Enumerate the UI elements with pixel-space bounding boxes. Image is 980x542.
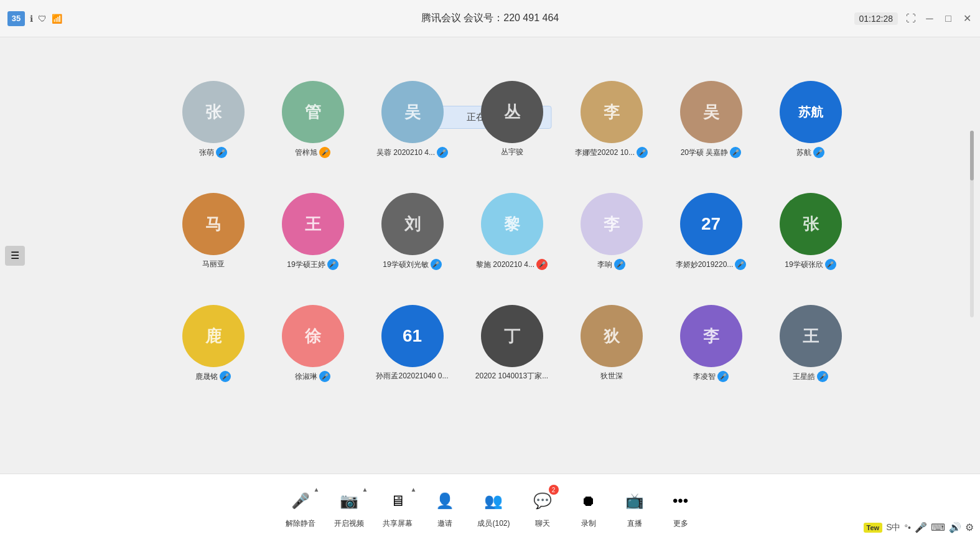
participant-item: 李李凌智 — [671, 305, 752, 404]
tew-button[interactable]: Tew — [864, 523, 883, 533]
avatar-placeholder: 鹿 — [205, 325, 222, 347]
more-icon: ••• — [667, 487, 694, 515]
name-text: 鹿晟铭 — [195, 371, 218, 382]
speaker-icon[interactable]: 🔊 — [949, 521, 961, 533]
participant-name: 20202 1040013丁家... — [475, 371, 548, 381]
chat-icon: 💬2 — [529, 487, 556, 515]
avatar-placeholder: 李 — [604, 213, 620, 235]
settings-icon[interactable]: ⚙ — [965, 521, 974, 533]
name-text: 狄世深 — [600, 371, 623, 381]
toolbar-chat[interactable]: 💬2聊天 — [529, 487, 556, 529]
participant-name: 徐淑琳 — [295, 371, 330, 382]
avatar-initials: 苏航 — [798, 104, 823, 121]
name-text: 19学硕张欣 — [785, 259, 823, 270]
participant-name: 马丽亚 — [202, 259, 225, 269]
members-icon: 👥 — [480, 487, 507, 515]
toolbar-video[interactable]: 📷▲开启视频 — [334, 487, 364, 529]
fullscreen-icon[interactable]: ⛶ — [905, 13, 917, 24]
mic-status-icon — [637, 147, 648, 158]
avatar-placeholder: 丛 — [504, 101, 520, 123]
participant-item: 李李娜莹20202 10... — [571, 81, 652, 180]
maximize-button[interactable]: □ — [943, 13, 954, 24]
name-text: 苏航 — [796, 147, 811, 158]
participant-item: 吴20学硕 吴嘉静 — [671, 81, 752, 180]
sidebar-menu-button[interactable]: ☰ — [5, 246, 25, 266]
info-icon[interactable]: ℹ — [30, 14, 33, 24]
participant-item: 狄狄世深 — [571, 305, 652, 404]
avatar-placeholder: 王 — [305, 213, 321, 235]
participant-item: 张19学硕张欣 — [770, 193, 851, 292]
invite-icon: 👤 — [431, 487, 459, 515]
participant-item: 王王星皓 — [770, 305, 851, 404]
mic-status-icon — [437, 147, 448, 158]
mic-status-icon — [431, 259, 442, 270]
participant-item: 丛丛宇骏 — [472, 81, 553, 180]
avatar-placeholder: 王 — [803, 325, 819, 347]
participant-name: 王星皓 — [793, 371, 828, 382]
participant-grid: 张张萌管管梓旭吴吴蓉 2020210 4...丛丛宇骏李李娜莹20202 10.… — [62, 81, 961, 404]
expand-arrow-icon[interactable]: ▲ — [314, 486, 320, 493]
name-text: 孙雨孟202021040 0... — [376, 371, 448, 381]
participant-name: 张萌 — [199, 147, 227, 158]
window-controls: 01:12:28 ⛶ ─ □ ✕ — [905, 13, 973, 24]
name-text: 管梓旭 — [295, 147, 317, 158]
toolbar-label: 开启视频 — [334, 518, 364, 529]
name-text: 丛宇骏 — [501, 147, 523, 157]
expand-arrow-icon[interactable]: ▲ — [411, 486, 417, 493]
scroll-thumb[interactable] — [970, 131, 974, 180]
participant-name: 李娇妙2019220... — [676, 259, 747, 270]
lang-icon[interactable]: S中 — [886, 522, 900, 533]
meeting-title: 腾讯会议 会议号：220 491 464 — [421, 12, 559, 25]
toolbar-live[interactable]: 📺直播 — [621, 487, 648, 529]
name-text: 19学硕刘光敏 — [383, 259, 428, 270]
participant-name: 管梓旭 — [295, 147, 330, 158]
toolbar-mute[interactable]: 🎤▲解除静音 — [286, 487, 315, 529]
participant-name: 李娜莹20202 10... — [575, 147, 648, 158]
mic-status-icon — [220, 371, 231, 382]
participant-item: 丁20202 1040013丁家... — [472, 305, 553, 404]
participant-item: 吴吴蓉 2020210 4... — [372, 81, 453, 180]
shield-icon[interactable]: 🛡 — [38, 14, 47, 24]
expand-arrow-icon[interactable]: ▲ — [362, 486, 368, 493]
participant-name: 吴蓉 2020210 4... — [376, 147, 448, 158]
microphone-icon[interactable]: 🎤 — [915, 521, 927, 533]
participant-item: 王19学硕王婷 — [273, 193, 353, 292]
participant-name: 李凌智 — [693, 371, 729, 382]
signal-icon[interactable]: 📶 — [52, 14, 62, 24]
avatar-placeholder: 狄 — [604, 325, 620, 347]
toolbar-record[interactable]: ⏺录制 — [575, 487, 602, 529]
participant-item: 苏航苏航 — [770, 81, 851, 180]
avatar-placeholder: 李 — [703, 325, 719, 347]
mic-status-icon — [817, 371, 828, 382]
mic-status-icon — [536, 259, 548, 270]
mic-status-icon — [614, 259, 625, 270]
mic-status-icon — [735, 259, 746, 270]
meeting-timer: 01:12:28 — [854, 12, 898, 25]
toolbar-share[interactable]: 🖥▲共享屏幕 — [383, 487, 413, 529]
minimize-button[interactable]: ─ — [924, 13, 935, 24]
name-text: 马丽亚 — [202, 259, 225, 269]
badge-count: 2 — [549, 485, 559, 495]
toolbar-invite[interactable]: 👤邀请 — [431, 487, 459, 529]
participant-name: 苏航 — [796, 147, 824, 158]
name-text: 黎施 2020210 4... — [476, 259, 534, 270]
participant-name: 黎施 2020210 4... — [476, 259, 548, 270]
scroll-bar[interactable] — [970, 131, 974, 317]
punctuation-icon[interactable]: °• — [905, 523, 912, 533]
video-icon: 📷▲ — [335, 487, 363, 515]
avatar-placeholder: 张 — [803, 213, 819, 235]
keyboard-icon[interactable]: ⌨ — [931, 521, 945, 533]
participant-item: 刘19学硕刘光敏 — [372, 193, 453, 292]
name-text: 李响 — [597, 259, 612, 270]
participant-item: 张张萌 — [173, 81, 254, 180]
name-text: 王星皓 — [793, 371, 815, 382]
participant-item: 徐徐淑琳 — [273, 305, 353, 404]
close-button[interactable]: ✕ — [961, 13, 973, 24]
avatar-number: 61 — [403, 326, 422, 346]
toolbar-label: 更多 — [673, 518, 688, 529]
toolbar-more[interactable]: •••更多 — [667, 487, 694, 529]
main-area: 正在讲话： ☰ 张张萌管管梓旭吴吴蓉 2020210 4...丛丛宇骏李李娜莹2… — [0, 37, 980, 474]
toolbar-label: 共享屏幕 — [383, 518, 413, 529]
record-icon: ⏺ — [575, 487, 602, 515]
toolbar-members[interactable]: 👥成员(102) — [477, 487, 510, 529]
